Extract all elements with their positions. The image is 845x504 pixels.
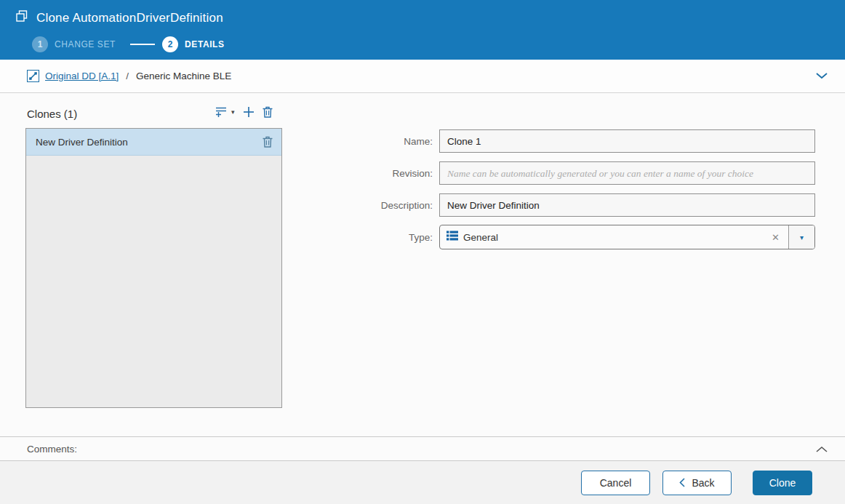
step-2-circle: 2	[162, 36, 178, 52]
description-label: Description:	[0, 200, 439, 211]
chevron-down-icon[interactable]	[816, 73, 828, 79]
breadcrumb: Original DD [A.1] / Generic Machine BLE	[0, 60, 845, 93]
clone-button[interactable]: Clone	[753, 471, 812, 495]
comments-label: Comments:	[27, 444, 77, 455]
step-change-set[interactable]: 1 CHANGE SET	[32, 36, 116, 52]
step-indicator: 1 CHANGE SET 2 DETAILS	[32, 36, 845, 52]
dropdown-caret-icon: ▾	[800, 233, 804, 241]
comments-section[interactable]: Comments:	[0, 436, 845, 461]
name-field[interactable]	[439, 129, 815, 153]
related-item-icon	[27, 70, 39, 82]
revision-row: Revision:	[0, 161, 822, 185]
revision-label: Revision:	[0, 168, 439, 179]
back-button-label: Back	[692, 477, 714, 489]
dialog-footer: Cancel Back Clone	[0, 461, 845, 504]
chevron-up-icon[interactable]	[816, 446, 828, 452]
step-1-label: CHANGE SET	[55, 39, 116, 49]
description-row: Description:	[0, 193, 822, 217]
step-1-circle: 1	[32, 36, 48, 52]
title-row: Clone AutomationDriverDefinition	[0, 0, 845, 26]
dialog-header: Clone AutomationDriverDefinition 1 CHANG…	[0, 0, 845, 60]
dialog-title: Clone AutomationDriverDefinition	[36, 11, 223, 25]
add-multiple-caret-icon: ▾	[231, 108, 235, 116]
clear-icon[interactable]: ✕	[769, 231, 782, 244]
clone-icon	[15, 9, 29, 26]
name-label: Name:	[0, 136, 439, 147]
step-connector	[130, 44, 155, 45]
chevron-left-icon	[679, 478, 685, 487]
type-value: General	[463, 232, 498, 243]
breadcrumb-current: Generic Machine BLE	[136, 71, 231, 81]
name-row: Name:	[0, 129, 822, 153]
breadcrumb-separator: /	[126, 71, 129, 81]
revision-field[interactable]	[439, 161, 815, 185]
clones-toolbar: ▾	[215, 106, 285, 118]
description-field[interactable]	[439, 193, 815, 217]
type-value-area: General ✕	[440, 225, 788, 249]
type-row: Type: General ✕	[0, 225, 822, 249]
add-multiple-button[interactable]: ▾	[215, 106, 235, 118]
clones-panel-title: Clones (1)	[27, 108, 77, 120]
details-form: Name: Revision: Description: Type:	[0, 129, 822, 257]
delete-clone-button[interactable]	[263, 106, 273, 118]
breadcrumb-link[interactable]: Original DD [A.1]	[45, 71, 119, 81]
step-details[interactable]: 2 DETAILS	[162, 36, 225, 52]
type-label: Type:	[0, 232, 439, 243]
list-type-icon	[446, 231, 458, 244]
cancel-button[interactable]: Cancel	[581, 471, 650, 495]
back-button[interactable]: Back	[662, 471, 732, 495]
type-combobox[interactable]: General ✕ ▾	[439, 225, 815, 249]
step-2-label: DETAILS	[185, 39, 225, 49]
add-clone-button[interactable]	[243, 106, 255, 118]
type-dropdown-button[interactable]: ▾	[788, 225, 814, 249]
clone-dialog: Clone AutomationDriverDefinition 1 CHANG…	[0, 0, 845, 504]
